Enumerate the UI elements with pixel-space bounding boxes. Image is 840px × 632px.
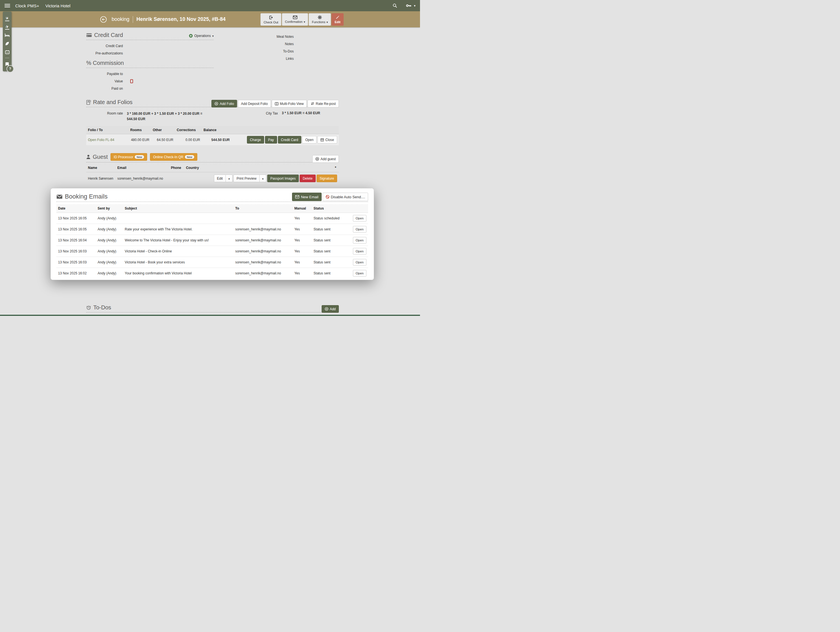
guest-title: Guest: [86, 154, 108, 160]
calendar-icon: [5, 50, 9, 54]
add-deposit-folio-button[interactable]: Add Deposit Folio: [238, 100, 271, 108]
add-todo-button[interactable]: Add: [322, 305, 339, 313]
open-email-button[interactable]: Open: [353, 259, 366, 266]
functions-button[interactable]: Functions: [309, 13, 331, 26]
plane-arrival-icon: ✈: [5, 15, 10, 21]
booking-title: booking Henrik Sørensen, 10 Nov 2025, #B…: [112, 16, 226, 23]
field-row: Links: [214, 55, 339, 62]
passport-images-button[interactable]: Passport Images: [267, 174, 299, 182]
operations-label: Operations: [194, 34, 211, 38]
edit-guest-caret[interactable]: [226, 174, 232, 182]
todos-title: To-Dos: [86, 304, 111, 311]
plus-circle-icon: [215, 102, 218, 106]
user-key-menu[interactable]: [406, 3, 415, 8]
id-processor-button[interactable]: ID Processor New: [111, 153, 147, 161]
envelope-icon: [293, 16, 297, 19]
functions-label: Functions: [312, 20, 328, 24]
open-folio-link[interactable]: Open Folio FL-84: [88, 138, 114, 142]
open-email-button[interactable]: Open: [353, 237, 366, 244]
edit-guest-button[interactable]: Edit: [214, 174, 226, 182]
multi-folio-view-button[interactable]: Multi-Folio View: [272, 100, 307, 108]
signature-button[interactable]: Signature: [317, 174, 337, 182]
footer-strip: [0, 315, 420, 316]
credit-card-title: Credit Card: [86, 32, 123, 38]
online-checkin-qr-button[interactable]: Online Check-In QR New: [150, 153, 197, 161]
search-button[interactable]: [392, 3, 398, 8]
folio-row: Open Folio FL-84 480.00 EUR 64.50 EUR 0.…: [86, 134, 339, 146]
booking-emails-table: Date Sent by Subject To Manual Status 13…: [56, 204, 368, 279]
search-icon: [392, 3, 398, 8]
plus-circle-icon: [316, 157, 319, 161]
app-brand: Clock PMS+: [15, 3, 39, 8]
folio-table: Folio / To Rooms Other Corrections Balan…: [86, 126, 339, 145]
close-folio-icon: [321, 138, 324, 142]
open-email-button[interactable]: Open: [353, 248, 366, 255]
check-out-label: Check Out: [264, 21, 278, 24]
sidebar-item-housekeeping[interactable]: [3, 39, 11, 48]
person-icon: [86, 155, 90, 159]
back-button[interactable]: [99, 15, 108, 24]
field-row: Credit Card: [86, 42, 214, 50]
room-rate-row: Room rate 3 * 160.00 EUR + 3 * 1.50 EUR …: [86, 111, 202, 122]
hamburger-menu-icon[interactable]: [5, 4, 10, 7]
add-folio-button[interactable]: Add Folio: [212, 100, 237, 108]
field-row: Value: [86, 78, 214, 85]
open-folio-button[interactable]: Open: [302, 136, 317, 144]
guest-name: Henrik Sørensen: [86, 172, 115, 185]
plus-circle-icon: [189, 34, 193, 38]
email-row: 13 Nov 2025 16:05Andy (Andy) Rate your e…: [56, 224, 368, 235]
new-email-button[interactable]: New Email: [292, 193, 321, 201]
booking-emails-header: Booking Emails New Email Disable Auto Se…: [56, 193, 368, 202]
sidebar-item-calendar[interactable]: [3, 48, 11, 56]
new-badge: New: [135, 155, 144, 159]
back-arrow-icon: [100, 16, 107, 23]
field-row: Paid on: [86, 85, 214, 92]
top-navbar: Clock PMS+ Victoria Hotel: [0, 0, 420, 11]
pay-button[interactable]: Pay: [265, 136, 277, 144]
close-folio-button[interactable]: Close: [317, 136, 337, 144]
open-email-button[interactable]: Open: [353, 270, 366, 277]
folio-icon: [86, 100, 91, 105]
email-row: 13 Nov 2025 16:03Andy (Andy) Victoria Ho…: [56, 246, 368, 257]
credit-card-section-header: Credit Card Operations: [86, 32, 214, 40]
col-star: *: [333, 163, 339, 172]
delete-guest-button[interactable]: Delete: [300, 174, 316, 182]
confirmation-button[interactable]: Confirmation: [282, 13, 308, 26]
rate-folios-title: Rate and Folios: [86, 99, 133, 106]
rate-folios-section-header: Rate and Folios Add Folio Add Deposit Fo…: [86, 99, 339, 107]
open-email-button[interactable]: Open: [353, 226, 366, 233]
disable-auto-send-button[interactable]: Disable Auto Send....: [322, 193, 368, 201]
envelope-icon: [295, 195, 299, 198]
sidebar-divider: [5, 58, 9, 58]
sidebar-item-arrivals[interactable]: ✈: [3, 14, 11, 22]
open-email-button[interactable]: Open: [353, 215, 366, 222]
print-preview-button[interactable]: Print Preview: [234, 174, 260, 182]
col-folio-to: Folio / To: [86, 126, 128, 134]
bed-icon: [5, 33, 9, 37]
charge-button[interactable]: Charge: [247, 136, 264, 144]
hotel-name: Victoria Hotel: [46, 3, 71, 8]
col-rooms: Rooms: [128, 126, 151, 134]
credit-card-button[interactable]: Credit Card: [278, 136, 301, 144]
operations-dropdown[interactable]: Operations: [189, 34, 214, 38]
add-guest-button[interactable]: Add guest: [312, 155, 339, 163]
col-name: Name: [86, 163, 115, 172]
print-preview-caret[interactable]: [260, 174, 266, 182]
check-out-button[interactable]: Check Out: [261, 13, 281, 26]
sidebar-item-departures[interactable]: ✈: [3, 22, 11, 31]
guest-section-header: Guest ID Processor New Online Check-In Q…: [86, 153, 339, 162]
swap-arrows-icon: [311, 102, 314, 106]
edit-booking-button[interactable]: Edit: [332, 13, 344, 26]
help-button[interactable]: ?: [7, 66, 13, 72]
col-phone: Phone: [169, 163, 184, 172]
guest-email: sorensen_henrik@maymail.no: [115, 172, 169, 185]
sidebar-item-in-house[interactable]: [3, 31, 11, 39]
credit-card-icon: [86, 33, 92, 37]
col-email: Email: [115, 163, 169, 172]
rate-repost-button[interactable]: Rate Re-post: [308, 100, 339, 108]
field-row: Pre-authorizations: [86, 50, 214, 57]
commission-value-indicator: [130, 79, 133, 83]
room-rate-value: 3 * 160.00 EUR + 3 * 1.50 EUR + 3 * 20.0…: [127, 111, 202, 122]
pencil-icon: [336, 16, 339, 19]
book-bookmark-icon: [5, 62, 9, 66]
